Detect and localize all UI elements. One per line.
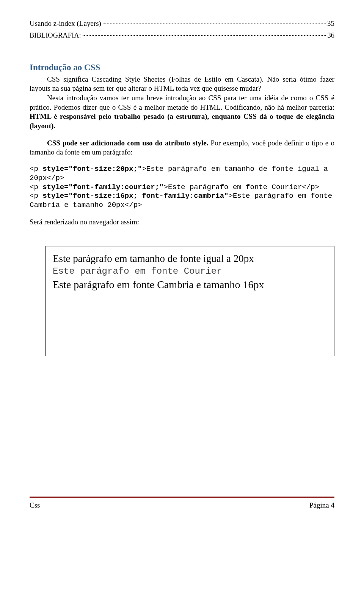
paragraph-text: Nesta introdução vamos ter uma breve int… [30,94,334,111]
body-paragraph: Nesta introdução vamos ter uma breve int… [30,93,334,131]
code-text: <p [30,183,42,191]
toc-dots [103,24,326,24]
render-line: Este parágrafo em fonte Cambria e tamanh… [53,278,327,292]
toc-entry-page: 36 [328,31,335,40]
footer-right: Página 4 [309,501,334,510]
footer-rule [30,497,334,499]
code-block: <p style="font-size:20px;">Este parágraf… [30,165,334,210]
render-line: Este parágrafo em fonte Courier [53,265,327,278]
paragraph-bold: HTML é responsável pelo trabalho pesado … [30,112,334,130]
body-paragraph: Será renderizado no navegador assim: [30,218,334,227]
code-line: <p style="font-family:courier;">Este par… [30,183,334,192]
code-text: <p [30,192,42,200]
render-line: Este parágrafo em tamanho de fonte igual… [53,252,327,265]
code-bold: style="font-size:16px; font-family:cambr… [42,192,228,200]
code-text: <p [30,165,42,173]
code-line: <p style="font-size:20px;">Este parágraf… [30,165,334,183]
body-paragraph: CSS significa Cascading Style Sheetes (F… [30,75,334,93]
section-heading: Introdução ao CSS [30,62,334,73]
toc-entry: BIBLIOGRAFIA: 36 [30,31,334,40]
code-text: >Este parágrafo em fonte Courier</p> [163,183,319,191]
render-preview-box: Este parágrafo em tamanho de fonte igual… [46,246,334,356]
toc-entry-label: BIBLIOGRAFIA: [30,31,81,40]
code-bold: style="font-size:20px;" [42,165,142,173]
body-paragraph: CSS pode ser adicionado com uso do atrib… [30,139,334,157]
code-line: <p style="font-size:16px; font-family:ca… [30,192,334,210]
page-footer: Css Página 4 [30,497,334,510]
toc-entry-page: 35 [327,19,334,28]
code-bold: style="font-family:courier;" [42,183,163,191]
footer-left: Css [30,501,40,510]
toc-dots [83,35,326,36]
paragraph-bold: CSS pode ser adicionado com uso do atrib… [47,139,211,147]
toc-entry-label: Usando z-index (Layers) [30,19,101,28]
toc-entry: Usando z-index (Layers) 35 [30,19,334,28]
